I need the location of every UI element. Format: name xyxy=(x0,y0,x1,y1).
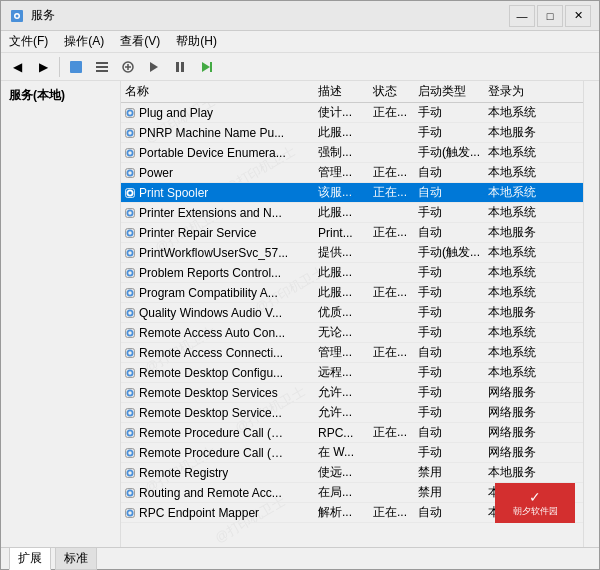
table-row[interactable]: Printer Extensions and N...此服...手动本地系统 xyxy=(121,203,583,223)
row-name-text: Printer Repair Service xyxy=(139,226,256,240)
menu-bar: 文件(F) 操作(A) 查看(V) 帮助(H) xyxy=(1,31,599,53)
svg-point-35 xyxy=(127,310,132,315)
table-row[interactable]: PNRP Machine Name Pu...此服...手动本地服务 xyxy=(121,123,583,143)
tab-standard[interactable]: 标准 xyxy=(55,547,97,570)
row-name-cell-5: Printer Extensions and N... xyxy=(121,206,316,220)
row-desc: 此服... xyxy=(316,264,371,281)
close-button[interactable]: ✕ xyxy=(565,5,591,27)
svg-point-45 xyxy=(127,410,132,415)
table-row[interactable]: Quality Windows Audio V...优质...手动本地服务 xyxy=(121,303,583,323)
row-desc: 无论... xyxy=(316,324,371,341)
row-startup: 禁用 xyxy=(416,484,486,501)
row-login: 本地系统 xyxy=(486,144,566,161)
row-desc: Print... xyxy=(316,226,371,240)
table-row[interactable]: Remote Desktop Services允许...手动网络服务 xyxy=(121,383,583,403)
toolbar-btn-6[interactable] xyxy=(194,56,218,78)
gear-icon xyxy=(123,366,137,380)
svg-point-49 xyxy=(127,450,132,455)
row-name-cell-9: Program Compatibility A... xyxy=(121,286,316,300)
toolbar-btn-3[interactable] xyxy=(116,56,140,78)
row-name-text: Printer Extensions and N... xyxy=(139,206,282,220)
row-desc: 在 W... xyxy=(316,444,371,461)
svg-rect-5 xyxy=(96,66,108,68)
row-startup: 手动 xyxy=(416,304,486,321)
svg-marker-13 xyxy=(202,62,210,72)
row-name-text: Problem Reports Control... xyxy=(139,266,281,280)
row-name-text: Remote Desktop Service... xyxy=(139,406,282,420)
table-row[interactable]: Remote Desktop Service...允许...手动网络服务 xyxy=(121,403,583,423)
table-row[interactable]: Printer Repair ServicePrint...正在...自动本地服… xyxy=(121,223,583,243)
back-button[interactable]: ◀ xyxy=(5,56,29,78)
table-row[interactable]: Remote Access Connecti...管理...正在...自动本地系… xyxy=(121,343,583,363)
menu-view[interactable]: 查看(V) xyxy=(112,31,168,52)
table-row[interactable]: Problem Reports Control...此服...手动本地系统 xyxy=(121,263,583,283)
table-row[interactable]: Remote Registry使远...禁用本地服务 xyxy=(121,463,583,483)
gear-icon xyxy=(123,386,137,400)
row-name-text: PrintWorkflowUserSvc_57... xyxy=(139,246,288,260)
tab-expand[interactable]: 扩展 xyxy=(9,547,51,570)
gear-icon xyxy=(123,426,137,440)
table-row[interactable]: Program Compatibility A...此服...正在...手动本地… xyxy=(121,283,583,303)
row-name-text: PNRP Machine Name Pu... xyxy=(139,126,284,140)
row-name-text: Power xyxy=(139,166,173,180)
gear-icon xyxy=(123,126,137,140)
status-bar: 扩展 标准 xyxy=(1,547,599,569)
svg-point-15 xyxy=(127,110,132,115)
row-name-cell-14: Remote Desktop Services xyxy=(121,386,316,400)
gear-icon xyxy=(123,406,137,420)
forward-button[interactable]: ▶ xyxy=(31,56,55,78)
gear-icon xyxy=(123,286,137,300)
row-desc: 此服... xyxy=(316,124,371,141)
row-name-cell-12: Remote Access Connecti... xyxy=(121,346,316,360)
row-name-text: Remote Access Auto Con... xyxy=(139,326,285,340)
row-login: 本地系统 xyxy=(486,244,566,261)
toolbar-btn-4[interactable] xyxy=(142,56,166,78)
row-name-text: Routing and Remote Acc... xyxy=(139,486,282,500)
row-startup: 手动(触发... xyxy=(416,144,486,161)
table-row[interactable]: Remote Desktop Configu...远程...手动本地系统 xyxy=(121,363,583,383)
row-name-cell-10: Quality Windows Audio V... xyxy=(121,306,316,320)
row-status: 正在... xyxy=(371,504,416,521)
row-name-cell-8: Problem Reports Control... xyxy=(121,266,316,280)
table-row[interactable]: PrintWorkflowUserSvc_57...提供...手动(触发...本… xyxy=(121,243,583,263)
menu-action[interactable]: 操作(A) xyxy=(56,31,112,52)
toolbar-btn-1[interactable] xyxy=(64,56,88,78)
main-window: 服务 — □ ✕ 文件(F) 操作(A) 查看(V) 帮助(H) ◀ ▶ xyxy=(0,0,600,570)
row-desc: 使远... xyxy=(316,464,371,481)
scrollbar[interactable] xyxy=(583,81,599,547)
toolbar-btn-2[interactable] xyxy=(90,56,114,78)
row-desc: 在局... xyxy=(316,484,371,501)
toolbar-btn-5[interactable] xyxy=(168,56,192,78)
table-row[interactable]: Print Spooler该服...正在...自动本地系统 xyxy=(121,183,583,203)
table-row[interactable]: Plug and Play使计...正在...手动本地系统 xyxy=(121,103,583,123)
menu-help[interactable]: 帮助(H) xyxy=(168,31,225,52)
row-startup: 手动 xyxy=(416,284,486,301)
gear-icon xyxy=(123,506,137,520)
row-name-cell-4: Print Spooler xyxy=(121,186,316,200)
svg-rect-6 xyxy=(96,70,108,72)
table-row[interactable]: Portable Device Enumera...强制...手动(触发...本… xyxy=(121,143,583,163)
row-desc: 远程... xyxy=(316,364,371,381)
table-row[interactable]: Power管理...正在...自动本地系统 xyxy=(121,163,583,183)
table-row[interactable]: Remote Access Auto Con...无论...手动本地系统 xyxy=(121,323,583,343)
row-status: 正在... xyxy=(371,344,416,361)
row-name-cell-17: Remote Procedure Call (… xyxy=(121,446,316,460)
table-body[interactable]: Plug and Play使计...正在...手动本地系统PNRP Machin… xyxy=(121,103,583,547)
logo-text: ✓朝夕软件园 xyxy=(513,488,558,518)
maximize-button[interactable]: □ xyxy=(537,5,563,27)
row-login: 本地系统 xyxy=(486,184,566,201)
toolbar: ◀ ▶ xyxy=(1,53,599,81)
menu-file[interactable]: 文件(F) xyxy=(1,31,56,52)
row-login: 本地系统 xyxy=(486,344,566,361)
svg-point-37 xyxy=(127,330,132,335)
table-row[interactable]: Remote Procedure Call (…RPC...正在...自动网络服… xyxy=(121,423,583,443)
row-name-text: Program Compatibility A... xyxy=(139,286,278,300)
header-status: 状态 xyxy=(371,83,416,100)
row-startup: 自动 xyxy=(416,164,486,181)
svg-rect-11 xyxy=(176,62,179,72)
row-name-cell-6: Printer Repair Service xyxy=(121,226,316,240)
table-row[interactable]: Remote Procedure Call (…在 W...手动网络服务 xyxy=(121,443,583,463)
row-desc: 强制... xyxy=(316,144,371,161)
row-name-text: Plug and Play xyxy=(139,106,213,120)
minimize-button[interactable]: — xyxy=(509,5,535,27)
